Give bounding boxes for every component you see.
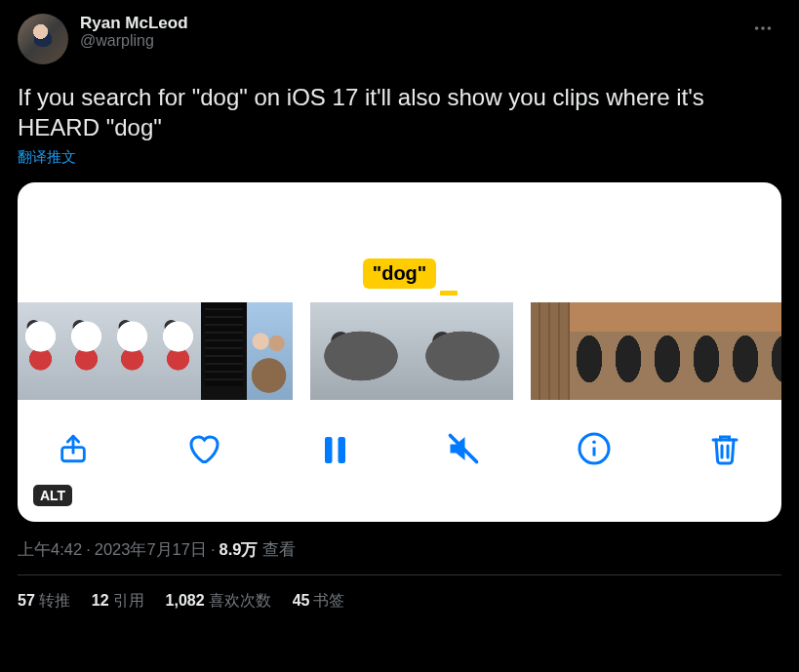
timeline-strip[interactable]: [18, 302, 781, 400]
share-icon[interactable]: [57, 432, 90, 465]
thumbnail: [609, 302, 648, 400]
caption-tag-row: "dog": [18, 258, 781, 289]
stats-row: 57转推 12引用 1,082喜欢次数 45书签: [0, 575, 799, 612]
thumbnail: [18, 302, 63, 400]
display-name: Ryan McLeod: [80, 14, 744, 33]
thumbnail: [531, 302, 570, 400]
svg-point-2: [768, 26, 772, 30]
thumbnail: [412, 302, 513, 400]
media-card[interactable]: "dog": [18, 182, 781, 522]
tweet-text: If you search for "dog" on iOS 17 it'll …: [18, 82, 781, 142]
avatar[interactable]: [18, 14, 68, 64]
svg-rect-4: [325, 437, 333, 463]
svg-point-0: [755, 26, 759, 30]
svg-point-1: [761, 26, 765, 30]
timestamp-time[interactable]: 上午4:42: [18, 540, 82, 558]
views-label: 查看: [262, 540, 296, 558]
mute-icon[interactable]: [446, 431, 481, 466]
more-icon[interactable]: [744, 14, 781, 48]
media-toolbar: [18, 400, 781, 497]
alt-badge[interactable]: ALT: [33, 485, 72, 506]
pause-icon[interactable]: [316, 431, 351, 466]
retweets-stat[interactable]: 57转推: [18, 591, 70, 612]
clip-group-2[interactable]: [310, 302, 513, 400]
thumbnail: [109, 302, 155, 400]
heart-icon[interactable]: [185, 431, 220, 466]
clip-group-3[interactable]: [531, 302, 781, 400]
thumbnail: [687, 302, 726, 400]
views-count[interactable]: 8.9万: [220, 540, 259, 558]
playhead-marker: [440, 291, 458, 296]
handle: @warpling: [80, 32, 744, 50]
svg-rect-5: [338, 437, 345, 463]
svg-point-9: [592, 441, 596, 445]
thumbnail: [765, 302, 781, 400]
thumbnail: [726, 302, 765, 400]
thumbnail: [201, 302, 247, 400]
tweet-container: Ryan McLeod @warpling If you search for …: [0, 0, 799, 575]
thumbnail: [247, 302, 293, 400]
clip-group-1[interactable]: [18, 302, 293, 400]
info-icon[interactable]: [577, 431, 612, 466]
thumbnail: [310, 302, 412, 400]
thumbnail: [570, 302, 609, 400]
caption-tag: "dog": [363, 258, 437, 289]
quotes-stat[interactable]: 12引用: [92, 591, 144, 612]
thumbnail: [155, 302, 201, 400]
thumbnail: [63, 302, 109, 400]
thumbnail: [648, 302, 687, 400]
trash-icon[interactable]: [707, 431, 742, 466]
bookmarks-stat[interactable]: 45书签: [293, 591, 345, 612]
timestamp-date[interactable]: 2023年7月17日: [95, 540, 207, 558]
tweet-header: Ryan McLeod @warpling: [18, 14, 781, 64]
translate-link[interactable]: 翻译推文: [18, 148, 76, 167]
meta-row: 上午4:42·2023年7月17日·8.9万 查看: [18, 539, 781, 575]
likes-stat[interactable]: 1,082喜欢次数: [166, 591, 271, 612]
author-block[interactable]: Ryan McLeod @warpling: [80, 14, 744, 50]
